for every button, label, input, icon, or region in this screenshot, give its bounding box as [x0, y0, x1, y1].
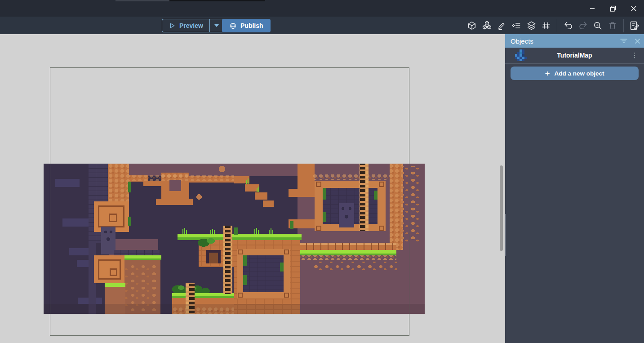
layers-icon	[526, 20, 537, 31]
scene-editor-canvas[interactable]	[0, 34, 505, 343]
grid-button[interactable]	[540, 20, 552, 31]
objects-panel: Objects Tutorial	[505, 34, 644, 343]
object-name: TutorialMap	[505, 52, 644, 59]
publish-button[interactable]: Publish	[222, 19, 271, 32]
preview-dropdown-button[interactable]	[209, 19, 223, 32]
redo-icon	[578, 20, 588, 31]
publish-label: Publish	[240, 22, 263, 29]
preview-label: Preview	[179, 22, 203, 29]
tab-strip-fragment-dark	[169, 0, 265, 1]
globe-icon	[229, 22, 237, 30]
panel-divider	[505, 63, 644, 64]
filter-button[interactable]	[617, 34, 631, 48]
toolbar-divider	[557, 19, 557, 32]
filter-icon	[620, 38, 627, 44]
close-icon	[629, 4, 638, 13]
delete-button[interactable]	[607, 20, 618, 31]
add-object-label: Add a new object	[555, 70, 604, 77]
chevron-down-icon	[214, 24, 219, 27]
tilemap-instance[interactable]	[44, 164, 425, 314]
undo-button[interactable]	[562, 20, 574, 31]
object-groups-icon	[482, 20, 492, 31]
window-controls	[582, 0, 644, 17]
pencil-icon	[497, 21, 506, 31]
layers-button[interactable]	[525, 20, 537, 31]
kebab-menu-icon: ⋮	[631, 51, 638, 59]
objects-panel-button[interactable]	[466, 20, 478, 31]
plus-icon: +	[545, 69, 550, 78]
preview-button-group: Preview	[162, 19, 224, 32]
add-new-object-button[interactable]: + Add a new object	[511, 67, 639, 80]
object-menu-button[interactable]: ⋮	[630, 49, 640, 61]
editor-toolbar: Preview Publish	[0, 17, 644, 34]
minimize-icon	[588, 4, 597, 13]
objects-panel-title: Objects	[505, 37, 617, 45]
instances-list-button[interactable]	[511, 20, 522, 31]
objects-panel-header: Objects	[505, 34, 644, 48]
grid-icon	[541, 21, 551, 31]
panel-resize-handle[interactable]	[505, 214, 506, 256]
object-groups-button[interactable]	[481, 20, 493, 31]
minimize-button[interactable]	[582, 0, 603, 17]
tab-strip-fragment	[115, 0, 169, 1]
undo-icon	[563, 20, 573, 31]
restore-button[interactable]	[603, 0, 623, 17]
toolbar-right-icons	[466, 17, 640, 34]
restore-icon	[608, 4, 617, 13]
trash-icon	[608, 21, 617, 31]
redo-button[interactable]	[577, 20, 589, 31]
close-button[interactable]	[623, 0, 644, 17]
toolbar-divider	[623, 19, 624, 32]
zoom-in-button[interactable]	[592, 20, 604, 31]
canvas-vertical-scrollbar[interactable]	[500, 165, 503, 251]
edit-mode-button[interactable]	[496, 20, 507, 31]
instances-list-icon	[511, 21, 521, 31]
scene-properties-button[interactable]	[629, 20, 640, 31]
preview-button[interactable]: Preview	[162, 19, 209, 32]
close-panel-button[interactable]	[631, 34, 644, 48]
zoom-in-icon	[593, 21, 603, 31]
close-icon	[635, 38, 640, 44]
cube-icon	[467, 21, 477, 31]
play-icon	[169, 22, 176, 29]
object-list-item-tutorialmap[interactable]: TutorialMap ⋮	[505, 48, 644, 63]
notebook-pencil-icon	[629, 20, 640, 31]
title-bar	[0, 0, 644, 17]
